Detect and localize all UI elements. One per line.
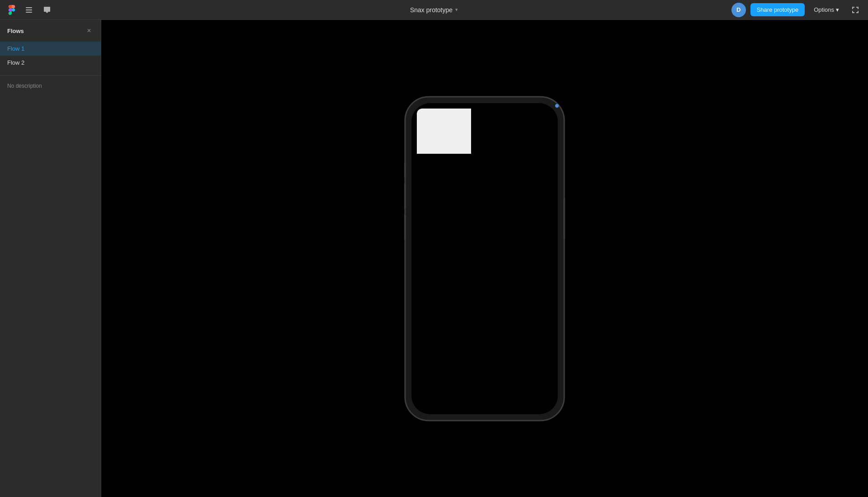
flow-item-1[interactable]: Flow 1 — [0, 42, 101, 56]
sidebar-header: Flows × — [0, 20, 101, 40]
sidebar-title: Flows — [7, 28, 24, 34]
share-prototype-button[interactable]: Share prototype — [750, 3, 805, 16]
options-arrow-icon: ▾ — [836, 6, 839, 13]
avatar[interactable]: D — [731, 3, 746, 17]
header-left — [5, 3, 54, 17]
canvas — [101, 20, 868, 497]
phone-screen — [411, 103, 558, 414]
comment-button[interactable] — [40, 3, 54, 17]
flow-item-2[interactable]: Flow 2 — [0, 56, 101, 70]
no-description-text: No description — [0, 79, 101, 93]
svg-rect-9 — [563, 198, 565, 239]
sidebar-divider — [0, 75, 101, 76]
title-dropdown-arrow[interactable]: ▾ — [455, 7, 458, 13]
header-center: Snax prototype ▾ — [410, 6, 458, 14]
prototype-title[interactable]: Snax prototype — [410, 6, 453, 14]
header-right: D Share prototype Options ▾ — [731, 3, 863, 17]
options-label: Options — [814, 6, 834, 13]
flow-item-label-2: Flow 2 — [7, 59, 24, 66]
figma-logo-icon[interactable] — [5, 4, 18, 16]
svg-rect-2 — [26, 12, 32, 13]
svg-rect-1 — [26, 9, 32, 10]
close-button[interactable]: × — [85, 26, 94, 35]
phone-screen-content — [417, 109, 471, 154]
svg-rect-6 — [404, 163, 406, 177]
expand-button[interactable] — [848, 3, 863, 17]
svg-rect-0 — [26, 7, 32, 8]
svg-rect-8 — [404, 214, 406, 240]
header: Snax prototype ▾ D Share prototype Optio… — [0, 0, 868, 20]
flow-item-label-1: Flow 1 — [7, 45, 24, 52]
sidebar: Flows × Flow 1 Flow 2 No description — [0, 20, 101, 497]
sidebar-toggle-button[interactable] — [22, 3, 36, 17]
phone-frame — [404, 96, 565, 421]
svg-rect-7 — [404, 184, 406, 209]
options-button[interactable]: Options ▾ — [809, 3, 844, 16]
flow-list: Flow 1 Flow 2 — [0, 40, 101, 71]
status-dot — [555, 104, 559, 108]
